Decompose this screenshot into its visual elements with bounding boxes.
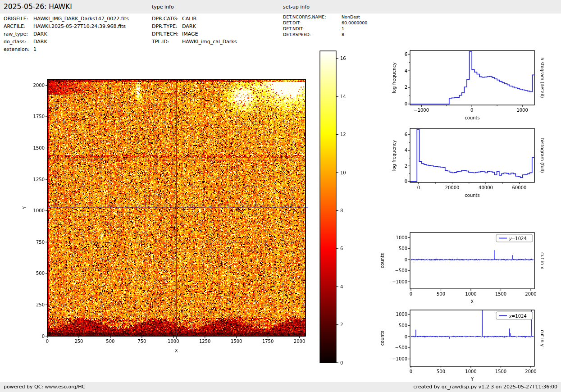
colorbar-gradient	[320, 51, 336, 363]
meta-value: IMAGE	[182, 30, 198, 38]
page-title: 2025-05-26: HAWKI	[4, 0, 72, 14]
side-label: cut in y	[540, 330, 545, 346]
side-label: histogram (full)	[540, 138, 545, 173]
y-tick-label: 1250	[33, 177, 45, 182]
meta-value: 8	[342, 32, 344, 37]
colorbar-frame	[320, 51, 336, 363]
x-tick-label: 1500	[495, 369, 506, 374]
meta-value: DARK	[182, 23, 196, 30]
y-tick-label: 6	[405, 132, 407, 137]
x-tick-label: 500	[437, 369, 445, 374]
colorbar-tick-label: 6	[340, 246, 343, 251]
y-tick-label: 4	[405, 68, 407, 73]
colorbar: 0246810121416	[320, 51, 346, 365]
meta-row: extension:1	[4, 46, 129, 53]
colorbar-tick-label: 14	[340, 94, 346, 99]
legend-label: x=1024	[509, 314, 527, 319]
meta-label: DET.NDIT:	[283, 26, 342, 32]
x-tick-label: 1250	[199, 339, 210, 344]
x-tick-label: 500	[437, 292, 445, 296]
x-tick-label: 0	[410, 369, 412, 374]
x-tick-label: −1000	[414, 108, 429, 113]
series-line	[411, 304, 534, 339]
meta-row: DPR.TECH:IMAGE	[152, 30, 237, 38]
meta-value: HAWKI_IMG_DARK_Darks147_0022.fits	[33, 15, 129, 23]
plot-frame	[410, 232, 534, 289]
colorbar-tick-label: 0	[340, 360, 343, 365]
x-tick-label: 500	[106, 339, 114, 344]
y-tick-label: 0	[405, 257, 407, 262]
x-tick-label: 250	[74, 339, 83, 344]
y-axis-title: Y	[22, 206, 27, 210]
meta-value: 60.0000000	[342, 20, 367, 26]
x-tick-label: 2000	[525, 369, 536, 374]
meta-row: TPL.ID:HAWKI_img_cal_Darks	[152, 38, 237, 46]
x-tick-label: 20000	[445, 185, 460, 190]
meta-label: TPL.ID:	[152, 38, 182, 46]
y-axis-title: log frequency	[392, 62, 397, 93]
plot-frame	[410, 128, 534, 182]
legend-box	[496, 234, 533, 242]
y-tick-label: 6	[405, 52, 407, 57]
meta-label: extension:	[4, 46, 33, 53]
y-tick-label: 0	[405, 101, 407, 106]
footer-left-text: powered by QC: www.eso.org/HC	[4, 382, 85, 392]
meta-label: do_class:	[4, 38, 33, 46]
series-line	[410, 130, 534, 182]
colorbar-tick-label: 2	[340, 322, 343, 327]
y-tick-label: 2	[405, 85, 407, 90]
y-tick-label: 0	[42, 334, 45, 339]
hist-full-plot: 02000040000600000246countslog frequencyh…	[392, 128, 545, 198]
setup-info-heading: set-up info	[283, 0, 310, 14]
plot-frame	[410, 50, 534, 105]
meta-value: 1	[33, 46, 36, 53]
meta-value: CALIB	[182, 15, 196, 23]
y-tick-label: −500	[395, 345, 407, 350]
y-tick-label: 2000	[33, 83, 45, 88]
type-info-heading: type info	[152, 0, 174, 14]
y-tick-label: −1000	[392, 279, 407, 284]
y-tick-label: 1000	[396, 235, 407, 240]
colorbar-tick-label: 4	[340, 284, 343, 289]
colorbar-tick-label: 16	[340, 56, 346, 61]
meta-value: NonDest	[342, 14, 360, 20]
meta-label: ORIGFILE:	[4, 15, 33, 23]
y-tick-label: −1000	[392, 356, 407, 361]
side-label: histogram (detail)	[540, 58, 545, 98]
y-tick-label: 4	[405, 148, 407, 153]
meta-value: HAWKI.2025-05-27T10:24:39.968.fits	[33, 23, 126, 30]
x-axis-title: X	[471, 299, 474, 304]
y-tick-label: 0	[405, 179, 407, 184]
meta-row: DPR.CATG:CALIB	[152, 15, 237, 23]
y-tick-label: 250	[36, 302, 45, 307]
x-tick-label: 60000	[512, 185, 527, 190]
colorbar-tick-label: 10	[340, 170, 346, 175]
qc-report-page: 2025-05-26: HAWKI type info set-up info …	[0, 0, 561, 392]
plot-frame	[410, 310, 534, 366]
footer-right-text: created by qc_rawdisp.py v1.2.3 on 2025-…	[413, 382, 557, 392]
x-tick-label: 750	[137, 339, 146, 344]
y-tick-label: 2	[405, 164, 407, 169]
colorbar-tick-label: 8	[340, 208, 343, 213]
meta-label: DPR.CATG:	[152, 15, 182, 23]
x-tick-label: 1750	[262, 339, 274, 344]
y-tick-label: 1000	[33, 208, 45, 213]
x-tick-label: 40000	[479, 185, 493, 190]
meta-label: raw_type:	[4, 30, 33, 38]
meta-value: 1	[342, 26, 344, 32]
meta-row: DET.NCORRS.NAME:NonDest	[283, 14, 367, 20]
x-tick-label: 1000	[168, 339, 179, 344]
y-tick-label: 0	[405, 334, 407, 339]
x-axis-title: counts	[465, 193, 479, 198]
y-tick-label: 500	[399, 246, 407, 251]
meta-row: DET.DIT:60.0000000	[283, 20, 367, 26]
x-axis-title: counts	[465, 115, 479, 120]
side-label: cut in x	[540, 252, 545, 269]
meta-row: DPR.TYPE:DARK	[152, 23, 237, 30]
y-tick-label: 1000	[396, 312, 407, 317]
type-info-block: DPR.CATG:CALIB DPR.TYPE:DARK DPR.TECH:IM…	[152, 15, 237, 46]
x-tick-label: 1500	[495, 292, 506, 296]
x-tick-label: 0	[46, 339, 49, 344]
meta-row: ORIGFILE:HAWKI_IMG_DARK_Darks147_0022.fi…	[4, 15, 129, 23]
main-image-canvas	[47, 79, 306, 336]
